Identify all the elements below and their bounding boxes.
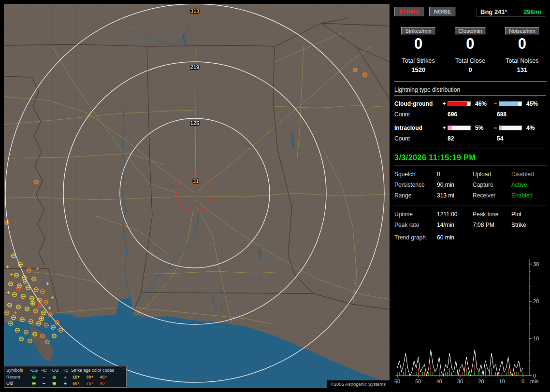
settings-row: Range 313 mi Receiver Enabled — [394, 192, 548, 199]
legend-grid: Symbols-CG-IC+CG+ICStrike age color code… — [6, 367, 124, 387]
trend-noise-bar — [519, 372, 519, 376]
ic-negative-pct: 4% — [524, 125, 542, 131]
trend-x-unit: min — [530, 378, 539, 384]
count-label: Count — [394, 135, 441, 142]
cg-positive-bar — [448, 101, 471, 106]
close-per-min-value: 0 — [444, 36, 496, 52]
strike-legend: Symbols-CG-IC+CG+ICStrike age color code… — [4, 366, 127, 388]
trend-close-bar — [422, 372, 422, 376]
noises-per-min-chip[interactable]: Noises/min — [505, 27, 539, 35]
strike-symbol-cp-icon — [5, 221, 9, 224]
trend-noise-bar — [514, 372, 515, 376]
divider — [394, 149, 547, 149]
distribution-title: Lightning type distribution — [394, 86, 546, 96]
trend-close-bar — [485, 372, 485, 376]
capture-status: Active — [511, 182, 548, 188]
total-close: Total Close 0 — [444, 57, 496, 73]
legend-age-row-old: 60+75+90+ — [71, 380, 124, 387]
trend-close-bar — [522, 372, 523, 376]
plus-sign: + — [441, 125, 448, 131]
peak-time-label: Peak time — [473, 211, 511, 218]
legend-symbol-icon: + — [59, 374, 71, 380]
intracloud-count-row: Count 82 54 — [394, 135, 548, 142]
peak-rate-label: Peak rate — [394, 222, 437, 228]
range-ring-label: 313 — [190, 8, 199, 14]
ic-negative-fill — [499, 126, 502, 130]
legend-header: -CG — [29, 367, 39, 374]
close-per-min-chip[interactable]: Close/min — [455, 27, 486, 35]
settings-row: Squelch 0 Upload Disabled — [394, 171, 548, 178]
trend-noise-bar — [399, 372, 400, 376]
trend-noise-bar — [418, 368, 419, 376]
age-code: 60+ — [72, 380, 80, 387]
cg-positive-fill — [448, 102, 467, 106]
trend-close-bar — [403, 372, 404, 376]
trend-y-label: 20 — [533, 298, 539, 304]
trend-x-label: 60 — [394, 378, 400, 384]
ic-positive-fill — [448, 126, 452, 130]
trend-graph: 30201006050403020100min — [392, 251, 548, 388]
intracloud-row: Intracloud + 5% − 4% — [394, 125, 548, 131]
trend-close-bar — [397, 372, 397, 376]
trend-noise-bar — [466, 368, 466, 376]
status-row: Peak rate 14/min 7:08 PM Strike — [394, 222, 548, 228]
mode-toolbar: STRIKE NOISE Bng 241° 298mi — [394, 7, 547, 17]
trend-close-bar — [468, 372, 469, 376]
control-panel: STRIKE NOISE Bng 241° 298mi Strikes/min … — [392, 4, 548, 388]
settings-row: Persistence 90 min Capture Active — [394, 182, 548, 188]
range-ring-label: 125 — [190, 120, 199, 126]
receiver-label: Receiver — [473, 192, 511, 199]
trend-y-label: 0 — [533, 373, 536, 378]
squelch-label: Squelch — [394, 171, 437, 178]
trend-close-bar — [433, 372, 433, 376]
trend-close-bar — [495, 372, 496, 376]
trend-x-label: 0 — [521, 378, 524, 384]
trend-noise-bar — [462, 372, 463, 376]
trend-close-bar — [475, 372, 475, 376]
legend-symbol-icon: − — [39, 374, 49, 380]
plus-sign: + — [441, 100, 448, 107]
strikes-per-min-value: 0 — [392, 36, 444, 52]
status-row: Trend graph 60 min — [394, 234, 548, 241]
trend-graph-label: Trend graph — [394, 234, 437, 241]
lightning-map[interactable]: 31321912531 Symbols-CG-IC+CG+ICStrike ag… — [4, 4, 390, 388]
total-noises-label: Total Noises — [496, 57, 548, 64]
plot-mode-value: Strike — [511, 222, 548, 228]
peak-time-value: 7:08 PM — [473, 222, 511, 228]
trend-close-bar — [478, 372, 479, 376]
noise-mode-button[interactable]: NOISE — [429, 7, 456, 16]
copyright-label: ©2005 Astrogenic Systems — [327, 380, 390, 388]
trend-close-bar — [451, 372, 452, 376]
age-code: 15+ — [72, 374, 80, 380]
bearing-readout: Bng 241° 298mi — [477, 7, 545, 17]
status-row: Uptime 1211:00 Peak time Plot — [394, 211, 548, 218]
cloud-ground-count-row: Count 696 688 — [394, 111, 548, 118]
cg-negative-bar — [499, 101, 522, 106]
legend-symbol-icon: ⊖ — [29, 380, 39, 387]
upload-status: Disabled — [511, 171, 548, 178]
rate-boxes: Strikes/min 0 Close/min 0 Noises/min 0 — [392, 26, 548, 52]
strike-symbol-cp-icon — [40, 317, 43, 321]
trend-close-bar — [416, 372, 416, 376]
ic-negative-bar — [499, 126, 522, 130]
legend-age-title: Strike age color codes — [71, 367, 124, 374]
persistence-value: 90 min — [437, 182, 473, 188]
cg-negative-pct: 45% — [524, 100, 542, 107]
cg-negative-fill — [499, 102, 518, 106]
trend-close-bar — [447, 372, 448, 376]
peak-rate-value: 14/min — [437, 222, 473, 228]
strikes-per-min-chip[interactable]: Strikes/min — [401, 27, 435, 35]
age-code: 90+ — [100, 380, 107, 387]
strike-symbol-cp-icon — [31, 301, 35, 305]
strike-mode-button[interactable]: STRIKE — [394, 7, 424, 16]
age-code: 75+ — [86, 380, 93, 387]
cloud-ground-label: Cloud-ground — [394, 100, 441, 107]
minus-sign: − — [492, 100, 499, 107]
trend-noise-bar — [491, 368, 492, 376]
total-close-value: 0 — [444, 66, 496, 73]
legend-age-row-recent: 15+30+45+ — [71, 374, 124, 380]
legend-row-label-recent: Recent — [6, 374, 29, 380]
legend-header: +CG — [49, 367, 59, 374]
trend-y-label: 30 — [533, 261, 539, 267]
receiver-site-marker — [194, 193, 196, 194]
